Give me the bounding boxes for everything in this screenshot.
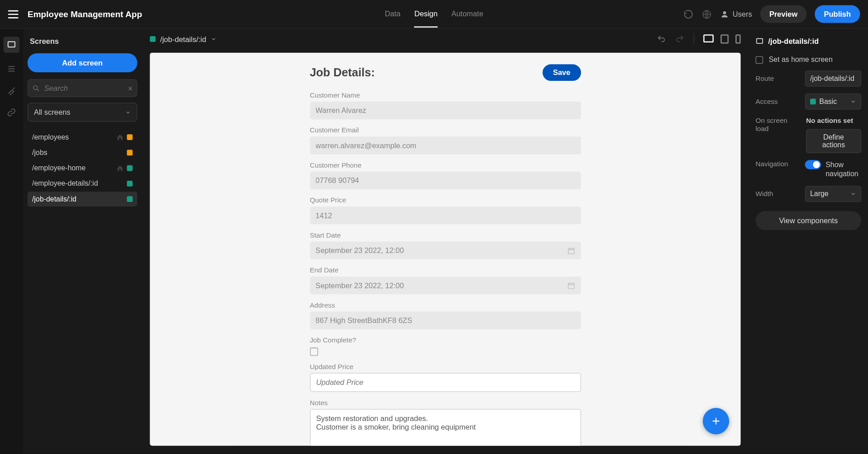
sidebar-title: Screens xyxy=(28,37,137,45)
set-home-label: Set as home screen xyxy=(769,56,833,64)
screen-item-employee-home[interactable]: /employee-home xyxy=(28,161,137,176)
chevron-down-icon xyxy=(850,191,856,197)
redo-icon[interactable] xyxy=(675,34,684,43)
home-icon xyxy=(117,164,123,171)
search-input[interactable] xyxy=(28,79,137,97)
device-desktop-icon[interactable] xyxy=(703,34,714,42)
access-badge-green xyxy=(127,196,133,202)
svg-line-7 xyxy=(37,89,39,91)
start-date-field[interactable] xyxy=(310,242,580,259)
device-phone-icon[interactable] xyxy=(736,34,741,43)
no-actions-label: No actions set xyxy=(806,117,853,125)
customer-email-field[interactable] xyxy=(310,136,580,154)
show-navigation-label: Show navigation xyxy=(826,160,861,178)
rail-links-icon[interactable] xyxy=(6,107,17,118)
screen-item-label: /employee-home xyxy=(32,164,85,172)
tab-design[interactable]: Design xyxy=(415,0,438,28)
onscreenload-label: On screen load xyxy=(755,117,801,133)
canvas-path-selector[interactable]: /job-details/:id xyxy=(150,35,217,43)
chevron-down-icon xyxy=(125,109,131,115)
show-navigation-toggle[interactable] xyxy=(805,160,821,169)
field-label-updated-price: Updated Price xyxy=(310,363,580,371)
customer-phone-field[interactable] xyxy=(310,172,580,189)
app-title: Employee Management App xyxy=(28,9,142,19)
device-tablet-icon[interactable] xyxy=(721,34,729,43)
calendar-icon[interactable] xyxy=(567,246,575,254)
users-icon xyxy=(720,9,729,19)
screen-item-employees[interactable]: /employees xyxy=(28,130,137,145)
rail-screens-icon[interactable] xyxy=(4,37,20,53)
job-complete-checkbox[interactable] xyxy=(310,348,318,356)
field-label-customer-email: Customer Email xyxy=(310,126,580,134)
field-label-notes: Notes xyxy=(310,399,580,407)
screen-item-jobs[interactable]: /jobs xyxy=(28,145,137,160)
updated-price-field[interactable] xyxy=(310,373,580,392)
search-icon xyxy=(32,84,40,92)
calendar-icon[interactable] xyxy=(567,281,575,290)
width-select[interactable]: Large xyxy=(805,186,861,202)
define-actions-button[interactable]: Define actions xyxy=(806,129,861,153)
field-label-customer-name: Customer Name xyxy=(310,91,580,99)
view-components-button[interactable]: View components xyxy=(755,211,861,230)
svg-rect-2 xyxy=(8,42,15,47)
address-field[interactable] xyxy=(310,312,580,329)
screen-item-label: /job-details/:id xyxy=(32,195,76,203)
rpanel-title: /job-details/:id xyxy=(768,37,819,45)
access-badge-green xyxy=(150,36,156,42)
svg-rect-18 xyxy=(757,38,763,43)
rail-theme-icon[interactable] xyxy=(6,85,17,96)
svg-rect-12 xyxy=(568,283,574,289)
add-screen-button[interactable]: Add screen xyxy=(28,53,137,72)
add-component-fab[interactable] xyxy=(703,408,729,434)
search-clear-icon[interactable]: × xyxy=(128,84,132,93)
width-value: Large xyxy=(810,190,847,198)
svg-point-6 xyxy=(33,85,38,89)
field-label-address: Address xyxy=(310,301,580,309)
home-icon xyxy=(117,134,123,140)
screen-item-job-details[interactable]: /job-details/:id xyxy=(28,192,137,206)
tab-automate[interactable]: Automate xyxy=(451,0,483,28)
all-screens-label: All screens xyxy=(34,108,71,117)
access-value: Basic xyxy=(819,98,847,106)
field-label-customer-phone: Customer Phone xyxy=(310,161,580,169)
all-screens-select[interactable]: All screens xyxy=(28,103,137,122)
access-badge-green xyxy=(127,181,133,187)
access-select[interactable]: Basic xyxy=(805,94,861,110)
screen-item-label: /jobs xyxy=(32,149,47,157)
globe-icon[interactable] xyxy=(702,9,712,19)
undo-icon[interactable] xyxy=(657,34,666,43)
save-button[interactable]: Save xyxy=(542,64,580,81)
preview-button[interactable]: Preview xyxy=(760,5,807,23)
field-label-quote-price: Quote Price xyxy=(310,196,580,204)
width-label: Width xyxy=(755,190,773,198)
customer-name-field[interactable] xyxy=(310,102,580,119)
field-label-end-date: End Date xyxy=(310,266,580,274)
route-label: Route xyxy=(755,75,774,83)
page-title: Job Details: xyxy=(310,66,375,79)
access-badge-orange xyxy=(127,134,133,140)
rail-components-icon[interactable] xyxy=(6,63,17,75)
field-label-job-complete: Job Complete? xyxy=(310,336,580,344)
end-date-field[interactable] xyxy=(310,276,580,294)
notes-field[interactable] xyxy=(310,409,580,446)
set-home-screen-checkbox[interactable]: Set as home screen xyxy=(755,56,861,64)
access-badge-orange xyxy=(127,150,133,155)
menu-icon[interactable] xyxy=(8,10,19,18)
tab-data[interactable]: Data xyxy=(385,0,401,28)
route-input[interactable] xyxy=(805,70,861,87)
access-badge-green xyxy=(810,98,816,104)
access-label: Access xyxy=(755,98,778,106)
screen-item-label: /employee-details/:id xyxy=(32,180,98,188)
undo-history-icon[interactable] xyxy=(683,9,693,19)
field-label-start-date: Start Date xyxy=(310,231,580,239)
publish-button[interactable]: Publish xyxy=(815,5,860,23)
screen-item-employee-details[interactable]: /employee-details/:id xyxy=(28,176,137,191)
svg-rect-8 xyxy=(568,248,574,253)
navigation-label: Navigation xyxy=(755,160,788,168)
users-link[interactable]: Users xyxy=(720,9,752,19)
quote-price-field[interactable] xyxy=(310,206,580,224)
users-label: Users xyxy=(732,10,752,19)
screen-icon xyxy=(755,37,764,45)
chevron-down-icon xyxy=(850,98,856,104)
canvas-path-label: /job-details/:id xyxy=(160,35,206,43)
